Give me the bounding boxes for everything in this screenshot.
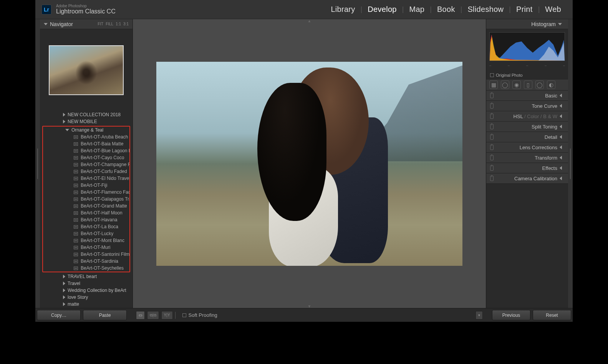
preset-item[interactable]: BeArt-OT-Grand Matte [43, 203, 129, 209]
zoom-1:1[interactable]: 1:1 [116, 22, 121, 26]
preset-label: BeArt-OT-Baia Matte [81, 141, 123, 147]
module-print[interactable]: Print [511, 5, 538, 14]
soft-proofing-toggle[interactable]: Soft Proofing [182, 312, 217, 318]
preset-folder[interactable]: matte [41, 301, 132, 308]
folder-label: NEW MOBILE [68, 119, 97, 124]
preset-item[interactable]: BeArt-OT-Lucky [43, 230, 129, 237]
panel-switch-icon[interactable] [490, 93, 494, 98]
paste-button[interactable]: Paste [83, 310, 127, 320]
preset-icon [74, 163, 78, 166]
adjust-panel-tone-curve[interactable]: Tone Curve [486, 101, 568, 111]
spot-tool-icon[interactable]: ◯ [501, 81, 509, 89]
adjust-panel-effects[interactable]: Effects [486, 163, 568, 173]
canvas-area[interactable]: ▲ ▼ [133, 19, 486, 308]
preset-icon [74, 156, 78, 160]
adjust-panel-basic[interactable]: Basic [486, 91, 568, 101]
preset-folder[interactable]: NEW MOBILE [41, 118, 132, 125]
preset-item[interactable]: BeArt-OT-Havana [43, 216, 129, 223]
checkbox-icon[interactable] [182, 313, 186, 317]
radial-tool-icon[interactable]: ◯ [535, 81, 544, 89]
module-map[interactable]: Map [404, 5, 430, 14]
preset-item[interactable]: BeArt-OT-Corfu Faded [43, 168, 129, 175]
folder-label: TRAVEL beart [68, 274, 97, 279]
preset-item[interactable]: BeArt-OT-Seychelles [43, 265, 129, 272]
original-photo-toggle[interactable]: Original Photo [486, 71, 568, 79]
panel-switch-icon[interactable] [490, 165, 494, 171]
gradient-tool-icon[interactable]: ▯ [524, 81, 532, 89]
module-book[interactable]: Book [432, 5, 461, 14]
adjust-panel-split-toning[interactable]: Split Toning [486, 122, 568, 132]
preset-item[interactable]: BeArt-OT-Galapagos Trave… [43, 196, 129, 203]
panel-title: Split Toning [532, 124, 557, 130]
reset-button[interactable]: Reset [533, 310, 571, 320]
preset-item[interactable]: BeArt-OT-Aruba Beach [43, 133, 129, 140]
panel-switch-icon[interactable] [490, 145, 494, 150]
panel-switch-icon[interactable] [490, 114, 494, 119]
loupe-view-button[interactable]: ▭ [136, 311, 145, 320]
zoom-fit[interactable]: FIT [98, 22, 103, 26]
preset-folder[interactable]: love Story [41, 294, 132, 301]
previous-button[interactable]: Previous [492, 310, 530, 320]
preset-item[interactable]: BeArt-OT-Half Moon [43, 209, 129, 216]
module-develop[interactable]: Develop [362, 5, 402, 14]
preset-item[interactable]: BeArt-OT-Baia Matte [43, 140, 129, 147]
preset-label: BeArt-OT-Santorini Film [81, 252, 129, 257]
preset-folder[interactable]: Travel [41, 280, 132, 287]
photo-preview [156, 62, 462, 266]
preset-item[interactable]: BeArt-OT-Muri [43, 244, 129, 251]
preset-label: BeArt-OT-La Boca [81, 224, 118, 229]
before-after-yy-button[interactable]: Y|Y [161, 311, 173, 320]
adjust-panel-lens-corrections[interactable]: Lens Corrections [486, 142, 568, 153]
preset-item[interactable]: BeArt-OT-La Boca [43, 223, 129, 230]
adjust-panel-camera-calibration[interactable]: Camera Calibration [486, 173, 568, 184]
module-library[interactable]: Library [325, 5, 360, 14]
collapse-bottom-icon[interactable]: ▼ [308, 304, 311, 308]
copy-button[interactable]: Copy… [37, 310, 81, 320]
checkbox-icon[interactable] [490, 73, 494, 77]
preset-item[interactable]: BeArt-OT-Champagne Fas… [43, 161, 129, 168]
preset-item[interactable]: BeArt-OT-Blue Lagoon HDR [43, 147, 129, 154]
filmstrip-mode-button[interactable]: ▾ [475, 311, 483, 320]
preset-item[interactable]: BeArt-OT-Fiji [43, 182, 129, 189]
panel-switch-icon[interactable] [490, 176, 494, 181]
right-grip[interactable] [568, 19, 573, 308]
preset-icon [74, 135, 78, 139]
preset-item[interactable]: BeArt-OT-Flamenco Faded [43, 189, 129, 196]
zoom-fill[interactable]: FILL [106, 22, 113, 26]
preset-folder[interactable]: Ornange & Teal [43, 127, 129, 133]
left-grip[interactable] [35, 19, 40, 308]
panel-switch-icon[interactable] [490, 155, 494, 160]
preset-item[interactable]: BeArt-OT-Cayo Coco [43, 154, 129, 161]
footer-bar: Copy… Paste ▭ ⧉|⧉ Y|Y Soft Proofing ▾ Pr… [35, 308, 573, 322]
lightroom-logo-icon: Lr [41, 5, 51, 15]
preset-label: BeArt-OT-Aruba Beach [81, 134, 128, 140]
adjust-panel-transform[interactable]: Transform [486, 153, 568, 163]
adjust-panel-hsl-color-b-w[interactable]: HSL / Color / B & W [486, 111, 568, 122]
collapse-top-icon[interactable]: ▲ [308, 19, 311, 23]
preset-icon [74, 225, 78, 229]
folder-label: NEW COLLECTION 2018 [68, 112, 121, 117]
crop-tool-icon[interactable]: ▦ [489, 81, 498, 89]
redeye-tool-icon[interactable]: ◉ [512, 81, 521, 89]
panel-switch-icon[interactable] [490, 124, 494, 129]
navigator-header[interactable]: Navigator FITFILL1:13:1 [40, 19, 133, 29]
preset-folder[interactable]: NEW COLLECTION 2018 [41, 111, 132, 118]
preset-item[interactable]: BeArt-OT-Sardinia [43, 258, 129, 265]
histogram-header[interactable]: Histogram [486, 19, 568, 29]
module-web[interactable]: Web [540, 5, 567, 14]
preset-label: BeArt-OT-Galapagos Trave… [81, 196, 129, 202]
brush-tool-icon[interactable]: ◐ [547, 81, 555, 89]
preset-item[interactable]: BeArt-OT-El Nido Travel [43, 175, 129, 182]
footer-left: Copy… Paste [35, 308, 128, 322]
navigator-preview[interactable] [40, 29, 133, 111]
before-after-lr-button[interactable]: ⧉|⧉ [147, 311, 159, 320]
zoom-3:1[interactable]: 3:1 [123, 22, 129, 26]
panel-switch-icon[interactable] [490, 134, 494, 140]
preset-folder[interactable]: Wedding Collection by BeArt [41, 287, 132, 294]
preset-item[interactable]: BeArt-OT-Santorini Film [43, 251, 129, 258]
adjust-panel-detail[interactable]: Detail [486, 132, 568, 142]
panel-switch-icon[interactable] [490, 103, 494, 109]
module-slideshow[interactable]: Slideshow [462, 5, 509, 14]
preset-item[interactable]: BeArt-OT-Mont Blanc [43, 237, 129, 244]
preset-folder[interactable]: TRAVEL beart [41, 273, 132, 280]
